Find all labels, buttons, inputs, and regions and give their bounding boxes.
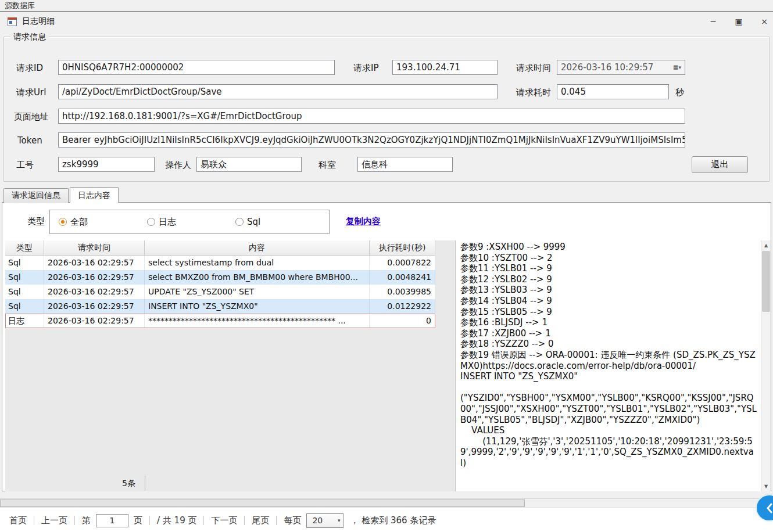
chevron-left-icon — [765, 502, 773, 514]
vertical-scrollbar[interactable]: ▲ ▼ — [761, 240, 771, 491]
next-page-link[interactable]: 下一页 — [211, 515, 237, 526]
log-detail-text[interactable]: 参数9 :XSXH00 --> 9999 参数10 :YSZT00 --> 2 … — [455, 240, 761, 491]
tab-label: 请求返回信息 — [12, 190, 60, 200]
select-arrow-icon: ▾ — [338, 514, 341, 527]
pagination-divider — [244, 516, 245, 525]
emp-no-label: 工号 — [16, 160, 34, 171]
total-pages-label: / 共 19 页 — [157, 515, 196, 526]
cell-cost: 0.0048241 — [370, 270, 435, 285]
desktop-strip: 源数据库 — [0, 0, 773, 11]
datepicker-dropdown-button[interactable]: ▦▾ — [671, 61, 683, 74]
cell-type: 日志 — [5, 314, 44, 328]
table-row[interactable]: Sql 2026-03-16 02:29:57 UPDATE "ZS_YSZ00… — [5, 285, 435, 299]
horizontal-scrollbar[interactable] — [0, 498, 773, 508]
page-prefix-label: 第 — [82, 515, 91, 526]
type-radio[interactable]: 全部 — [59, 217, 147, 228]
dept-field[interactable]: 信息科 — [357, 157, 453, 172]
exit-button[interactable]: 退出 — [692, 156, 748, 173]
cell-time: 2026-03-16 02:29:57 — [44, 256, 145, 270]
cell-type: Sql — [5, 270, 44, 285]
tab[interactable]: 请求返回信息 — [3, 188, 69, 203]
cell-cost: 0 — [370, 314, 435, 328]
radio-icon — [235, 218, 244, 226]
page-address-field[interactable]: http://192.168.0.181:9001/?s=XG#/EmrDict… — [58, 109, 685, 124]
operator-field[interactable]: 易联众 — [196, 157, 302, 172]
radio-label: 全部 — [70, 217, 88, 228]
radio-label: Sql — [247, 217, 260, 227]
column-header-type[interactable]: 类型 — [5, 240, 44, 255]
page-suffix-label: 页 — [134, 515, 142, 526]
operator-label: 操作人 — [165, 160, 191, 171]
horizontal-scrollbar-thumb[interactable] — [0, 499, 525, 507]
scroll-down-icon[interactable]: ▼ — [761, 481, 771, 491]
cell-type: Sql — [5, 285, 44, 299]
cell-cost: 0.0122922 — [370, 299, 435, 314]
log-content-tabpanel: 类型 全部 日志 Sql 复制内容 类型 请求时间 内 — [2, 202, 771, 491]
pagination-divider — [149, 516, 150, 525]
request-time-label: 请求时间 — [516, 63, 551, 74]
request-id-label: 请求ID — [16, 63, 43, 74]
prev-page-link[interactable]: 上一页 — [41, 515, 67, 526]
request-url-field[interactable]: /api/ZyDoct/EmrDictDoctGroup/Save — [58, 84, 498, 99]
window-titlebar[interactable]: 日志明细 ─ ▣ × — [0, 12, 773, 33]
radio-icon — [147, 218, 155, 226]
token-field[interactable]: Bearer eyJhbGciOiJIUzI1NiIsInR5cCI6IkpXV… — [58, 132, 685, 148]
pagination-divider — [34, 516, 34, 525]
tab[interactable]: 日志内容 — [70, 187, 119, 203]
dept-label: 科室 — [318, 160, 336, 171]
cell-content: ****************************************… — [145, 314, 370, 328]
request-time-value: 2026-03-16 10:29:57 — [561, 62, 653, 74]
vertical-scrollbar-thumb[interactable] — [762, 251, 770, 312]
emp-no-value: zsk9999 — [62, 159, 99, 171]
per-page-select[interactable]: 20 ▾ — [306, 513, 343, 528]
table-row[interactable]: Sql 2026-03-16 02:29:57 select BMXZ00 fr… — [5, 270, 435, 285]
request-url-label: 请求Url — [16, 87, 46, 98]
cell-content: INSERT INTO "ZS_YSZMX0" — [145, 299, 370, 314]
cell-time: 2026-03-16 02:29:57 — [44, 270, 145, 285]
app-form-icon — [8, 17, 17, 26]
window-controls: ─ ▣ × — [708, 16, 770, 27]
copy-content-link[interactable]: 复制内容 — [346, 216, 381, 227]
request-time-picker[interactable]: 2026-03-16 10:29:57 ▦▾ — [557, 60, 685, 75]
pagination-divider — [203, 516, 204, 525]
table-header: 类型 请求时间 内容 执行耗时(秒) — [5, 240, 435, 256]
request-cost-value: 0.045 — [561, 86, 586, 98]
cell-cost: 0.0039985 — [370, 285, 435, 299]
table-row[interactable]: 日志 2026-03-16 02:29:57 *****************… — [5, 314, 435, 328]
table-row[interactable]: Sql 2026-03-16 02:29:57 select systimest… — [5, 256, 435, 270]
request-ip-label: 请求IP — [353, 63, 378, 74]
type-radio[interactable]: 日志 — [147, 217, 235, 228]
table-row[interactable]: Sql 2026-03-16 02:29:57 INSERT INTO "ZS_… — [5, 299, 435, 314]
column-header-time[interactable]: 请求时间 — [44, 240, 145, 255]
page-number-input[interactable]: 1 — [96, 514, 128, 527]
records-found-label: ， 检索到 366 条记录 — [350, 515, 436, 526]
request-ip-field[interactable]: 193.100.24.71 — [392, 60, 498, 75]
column-header-cost[interactable]: 执行耗时(秒) — [370, 240, 435, 255]
cell-time: 2026-03-16 02:29:57 — [44, 285, 145, 299]
request-ip-value: 193.100.24.71 — [396, 62, 460, 74]
radio-label: 日志 — [159, 217, 176, 228]
scroll-up-icon[interactable]: ▲ — [761, 240, 771, 250]
maximize-icon[interactable]: ▣ — [733, 16, 744, 27]
type-radio[interactable]: Sql — [235, 217, 324, 227]
cell-content: UPDATE "ZS_YSZ000" SET — [145, 285, 370, 299]
first-page-link[interactable]: 首页 — [9, 515, 27, 526]
request-cost-field[interactable]: 0.045 — [557, 84, 669, 99]
per-page-value: 20 — [312, 516, 323, 525]
dept-value: 信息科 — [362, 159, 388, 171]
tab-label: 日志内容 — [78, 190, 110, 200]
close-icon[interactable]: × — [759, 16, 770, 27]
request-url-value: /api/ZyDoct/EmrDictDoctGroup/Save — [62, 86, 222, 98]
pagination-bar: 首页 上一页 第 1 页 / 共 19 页 下一页 尾页 每页 20 ▾ ， 检… — [0, 508, 773, 532]
request-id-value: 0HNISQ6A7R7H2:00000002 — [62, 62, 184, 74]
last-page-link[interactable]: 尾页 — [252, 515, 269, 526]
request-id-field[interactable]: 0HNISQ6A7R7H2:00000002 — [58, 60, 335, 75]
minimize-icon[interactable]: ─ — [708, 16, 718, 27]
cell-type: Sql — [5, 299, 44, 314]
pagination-divider — [276, 516, 277, 525]
column-header-content[interactable]: 内容 — [145, 240, 370, 255]
page-address-value: http://192.168.0.181:9001/?s=XG#/EmrDict… — [62, 110, 302, 123]
emp-no-field[interactable]: zsk9999 — [58, 157, 155, 172]
cell-time: 2026-03-16 02:29:57 — [44, 314, 145, 328]
table-body: Sql 2026-03-16 02:29:57 select systimest… — [5, 256, 435, 328]
